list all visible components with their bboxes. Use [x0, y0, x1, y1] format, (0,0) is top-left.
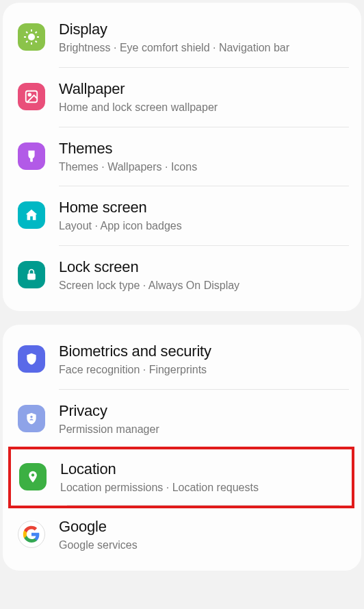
svg-line-3: [26, 32, 27, 33]
picture-icon: [18, 83, 45, 110]
item-sub: Themes · Wallpapers · Icons: [59, 160, 346, 175]
item-title: Biometrics and security: [59, 343, 346, 360]
shield-icon: [18, 345, 45, 373]
svg-line-4: [36, 41, 37, 42]
item-sub: Location permissions · Location requests: [60, 481, 343, 495]
item-sub: Face recognition · Fingerprints: [59, 363, 346, 377]
svg-rect-12: [27, 274, 36, 280]
settings-item-display[interactable]: Display Brightness · Eye comfort shield …: [3, 8, 361, 68]
item-title: Google: [59, 518, 346, 536]
settings-item-wallpaper[interactable]: Wallpaper Home and lock screen wallpaper: [3, 68, 361, 127]
item-sub: Brightness · Eye comfort shield · Naviga…: [59, 41, 346, 55]
item-sub: Home and lock screen wallpaper: [59, 101, 346, 115]
home-icon: [18, 201, 45, 229]
settings-item-lock-screen[interactable]: Lock screen Screen lock type · Always On…: [3, 246, 361, 306]
lock-icon: [18, 261, 45, 288]
item-title: Location: [60, 460, 343, 478]
settings-group: Biometrics and security Face recognition…: [3, 325, 361, 571]
svg-point-10: [28, 93, 31, 96]
item-sub: Permission manager: [59, 423, 346, 437]
pin-icon: [19, 463, 47, 490]
brush-icon: [18, 142, 45, 170]
badge-icon: [18, 405, 45, 432]
svg-rect-11: [30, 158, 33, 162]
item-title: Wallpaper: [59, 80, 346, 98]
settings-item-home-screen[interactable]: Home screen Layout · App icon badges: [3, 186, 361, 246]
settings-item-biometrics[interactable]: Biometrics and security Face recognition…: [3, 330, 361, 390]
item-title: Themes: [59, 140, 346, 158]
item-title: Display: [59, 21, 346, 38]
settings-item-google[interactable]: Google Google services: [3, 506, 361, 565]
settings-item-location[interactable]: Location Location permissions · Location…: [8, 447, 354, 509]
item-title: Lock screen: [59, 258, 346, 276]
svg-point-13: [30, 416, 32, 418]
sun-icon: [18, 23, 45, 51]
settings-item-themes[interactable]: Themes Themes · Wallpapers · Icons: [3, 127, 361, 187]
item-sub: Screen lock type · Always On Display: [59, 279, 346, 293]
item-title: Privacy: [59, 402, 346, 420]
svg-line-7: [26, 41, 27, 42]
svg-line-8: [36, 32, 37, 33]
svg-point-0: [28, 34, 35, 40]
item-sub: Google services: [59, 538, 346, 553]
google-icon: [18, 521, 45, 548]
item-sub: Layout · App icon badges: [59, 219, 346, 234]
settings-group: Display Brightness · Eye comfort shield …: [3, 3, 361, 311]
item-title: Home screen: [59, 199, 346, 216]
svg-point-14: [31, 473, 34, 476]
settings-item-privacy[interactable]: Privacy Permission manager: [3, 390, 361, 449]
